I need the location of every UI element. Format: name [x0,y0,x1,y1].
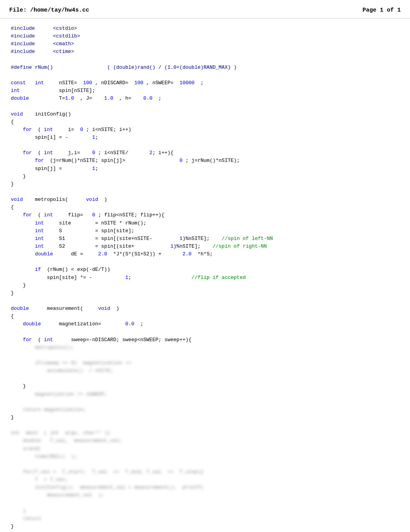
page-header: File: /home/tay/hw4s.cc Page 1 of 1 [0,0,410,19]
code-content: #include <cstdio> #include <cstdlib> #in… [0,19,410,532]
file-title: File: /home/tay/hw4s.cc [9,7,89,14]
page-number: Page 1 of 1 [363,7,401,14]
